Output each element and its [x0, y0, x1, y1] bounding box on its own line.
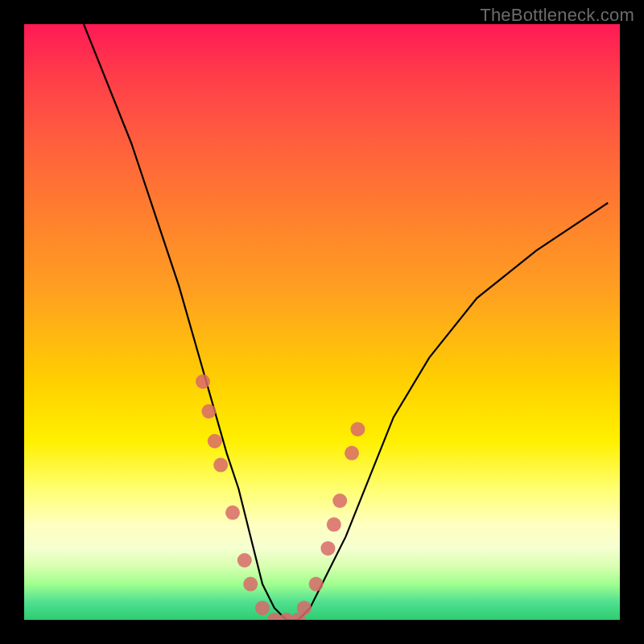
bottleneck-curve	[84, 24, 608, 620]
highlighted-points	[196, 374, 365, 620]
marker-dot	[327, 518, 341, 532]
marker-dot	[225, 506, 240, 520]
watermark-text: TheBottleneck.com	[480, 5, 634, 26]
chart-frame: TheBottleneck.com	[0, 0, 644, 644]
marker-dot	[332, 493, 347, 508]
marker-dot	[237, 553, 252, 568]
plot-area	[24, 24, 620, 620]
marker-dot	[345, 446, 359, 460]
curve-layer	[24, 24, 620, 620]
marker-dot	[255, 601, 270, 615]
marker-dot	[243, 577, 258, 592]
marker-dot	[320, 541, 335, 555]
marker-dot	[297, 601, 312, 615]
marker-dot	[196, 374, 210, 389]
marker-dot	[213, 458, 228, 473]
marker-dot	[309, 577, 324, 592]
marker-dot	[350, 422, 365, 436]
marker-dot	[201, 404, 216, 419]
marker-dot	[208, 434, 222, 448]
